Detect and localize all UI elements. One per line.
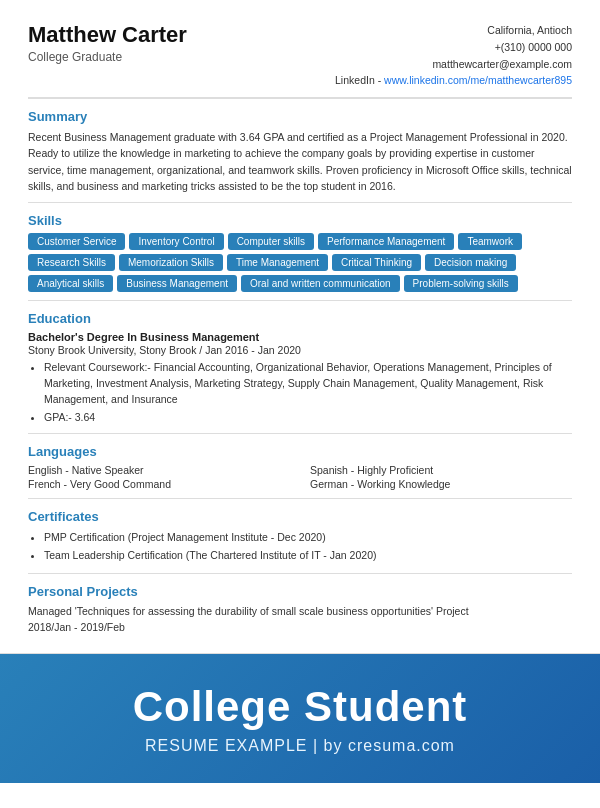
candidate-name: Matthew Carter: [28, 22, 187, 48]
edu-bullets-list: Relevant Coursework:- Financial Accounti…: [44, 360, 572, 425]
skill-badge: Oral and written communication: [241, 275, 400, 292]
linkedin-url[interactable]: www.linkedin.com/me/matthewcarter895: [384, 74, 572, 86]
education-section: Education Bachelor's Degree In Business …: [28, 311, 572, 425]
projects-title: Personal Projects: [28, 584, 572, 599]
resume-page: Matthew Carter College Graduate Californ…: [0, 0, 600, 654]
skill-badge: Time Management: [227, 254, 328, 271]
skill-badge: Performance Management: [318, 233, 454, 250]
languages-title: Languages: [28, 444, 572, 459]
divider-3: [28, 433, 572, 434]
candidate-phone: +(310) 0000 000: [335, 39, 572, 56]
summary-text: Recent Business Management graduate with…: [28, 129, 572, 194]
summary-title: Summary: [28, 109, 572, 124]
linkedin-label: LinkedIn: [335, 74, 375, 86]
projects-section: Personal Projects Managed 'Techniques fo…: [28, 584, 572, 636]
footer-sub-title: RESUME EXAMPLE | by cresuma.com: [20, 737, 580, 755]
languages-grid: English - Native SpeakerSpanish - Highly…: [28, 464, 572, 490]
skills-title: Skills: [28, 213, 572, 228]
cert-item: Team Leadership Certification (The Chart…: [44, 547, 572, 565]
project-description: Managed 'Techniques for assessing the du…: [28, 605, 469, 617]
languages-section: Languages English - Native SpeakerSpanis…: [28, 444, 572, 490]
skill-badge: Memorization Skills: [119, 254, 223, 271]
candidate-linkedin: LinkedIn - www.linkedin.com/me/matthewca…: [335, 72, 572, 89]
footer-banner: College Student RESUME EXAMPLE | by cres…: [0, 654, 600, 782]
candidate-title: College Graduate: [28, 50, 187, 64]
language-item-right: German - Working Knowledge: [310, 478, 572, 490]
education-title: Education: [28, 311, 572, 326]
header-left: Matthew Carter College Graduate: [28, 22, 187, 64]
skill-badge: Customer Service: [28, 233, 125, 250]
skill-badge: Business Management: [117, 275, 237, 292]
skill-badge: Problem-solving skills: [404, 275, 518, 292]
divider-4: [28, 498, 572, 499]
resume-header: Matthew Carter College Graduate Californ…: [28, 22, 572, 99]
summary-section: Summary Recent Business Management gradu…: [28, 109, 572, 194]
certificates-title: Certificates: [28, 509, 572, 524]
divider-1: [28, 202, 572, 203]
language-item-left: English - Native Speaker: [28, 464, 290, 476]
language-item-right: Spanish - Highly Proficient: [310, 464, 572, 476]
skills-section: Skills Customer ServiceInventory Control…: [28, 213, 572, 292]
language-item-left: French - Very Good Command: [28, 478, 290, 490]
header-right: California, Antioch +(310) 0000 000 matt…: [335, 22, 572, 89]
project-date: 2018/Jan - 2019/Feb: [28, 621, 125, 633]
skill-badge: Research Skills: [28, 254, 115, 271]
skill-badge: Teamwork: [458, 233, 522, 250]
skill-badge: Inventory Control: [129, 233, 223, 250]
skill-badge: Computer skills: [228, 233, 314, 250]
cert-list: PMP Certification (Project Management In…: [44, 529, 572, 565]
edu-school: Stony Brook University, Stony Brook / Ja…: [28, 344, 572, 356]
edu-degree: Bachelor's Degree In Business Management: [28, 331, 572, 343]
skill-badge: Analytical skills: [28, 275, 113, 292]
edu-bullet: Relevant Coursework:- Financial Accounti…: [44, 360, 572, 407]
skills-container: Customer ServiceInventory ControlCompute…: [28, 233, 572, 292]
divider-2: [28, 300, 572, 301]
footer-big-title: College Student: [20, 684, 580, 730]
skill-badge: Decision making: [425, 254, 516, 271]
edu-bullet: GPA:- 3.64: [44, 410, 572, 426]
candidate-location: California, Antioch: [335, 22, 572, 39]
cert-item: PMP Certification (Project Management In…: [44, 529, 572, 547]
candidate-email: matthewcarter@example.com: [335, 56, 572, 73]
divider-5: [28, 573, 572, 574]
certificates-section: Certificates PMP Certification (Project …: [28, 509, 572, 565]
skill-badge: Critical Thinking: [332, 254, 421, 271]
project-text: Managed 'Techniques for assessing the du…: [28, 604, 572, 636]
